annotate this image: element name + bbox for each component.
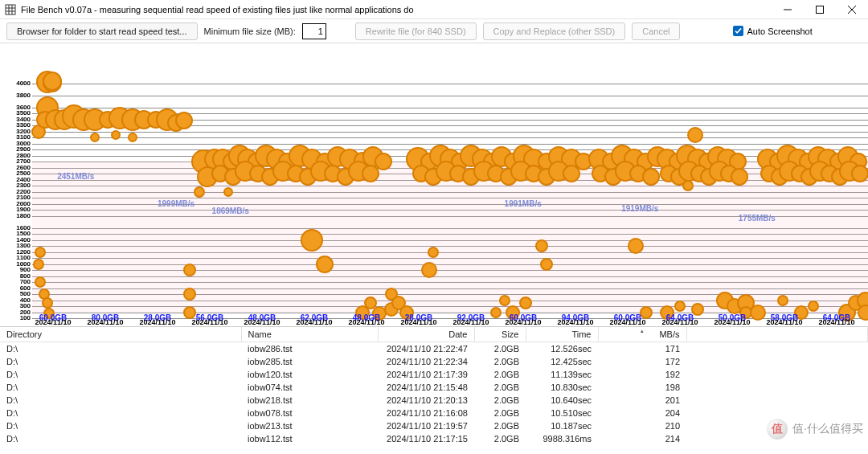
- table-cell: 11.139sec: [526, 368, 598, 381]
- svg-rect-0: [6, 5, 15, 14]
- data-point: [499, 295, 510, 306]
- table-body: D:\iobw286.tst2024/11/10 21:22:472.0GB12…: [0, 342, 868, 446]
- checkbox-checked-icon: [733, 26, 743, 36]
- maximize-button[interactable]: [804, 0, 836, 18]
- table-cell: 10.640sec: [526, 394, 598, 407]
- table-cell: D:\: [0, 407, 241, 419]
- column-header[interactable]: Directory: [0, 327, 241, 342]
- titlebar: File Bench v0.07a - measuring sequential…: [0, 0, 868, 19]
- app-icon: [5, 4, 16, 15]
- rewrite-button[interactable]: Rewrite file (for 840 SSD): [355, 22, 477, 40]
- column-header[interactable]: Name: [241, 327, 378, 342]
- column-header[interactable]: Date: [378, 327, 474, 342]
- data-point: [808, 301, 819, 312]
- table-row[interactable]: D:\iobw285.tst2024/11/10 21:22:342.0GB12…: [0, 355, 868, 368]
- table-row[interactable]: D:\iobw120.tst2024/11/10 21:17:392.0GB11…: [0, 368, 868, 381]
- y-tick-label: 1800: [16, 213, 31, 219]
- auto-screenshot-checkbox[interactable]: Auto Screenshot: [733, 26, 812, 36]
- table-cell: 12.425sec: [526, 355, 598, 368]
- x-date-label: 2024/11/10: [452, 318, 489, 326]
- table-cell: 198: [598, 381, 686, 394]
- copy-replace-button[interactable]: Copy and Replace (other SSD): [483, 22, 626, 40]
- table-cell: 204: [598, 407, 686, 419]
- chart-plot[interactable]: 2451MB/s1999MB/s1869MB/s1991MB/s1919MB/s…: [32, 43, 868, 318]
- browse-button[interactable]: Browser for folder to start read speed t…: [6, 22, 198, 40]
- table-cell: iobw120.tst: [241, 368, 378, 381]
- x-date-label: 2024/11/10: [400, 318, 436, 326]
- table-cell: 10.187sec: [526, 419, 598, 432]
- column-header[interactable]: Size: [474, 327, 526, 342]
- min-size-input[interactable]: [302, 23, 326, 39]
- table-cell: 2.0GB: [474, 368, 526, 381]
- x-date-label: 2024/11/10: [714, 318, 750, 326]
- data-point: [628, 238, 644, 254]
- data-point: [183, 264, 196, 276]
- data-point: [128, 133, 137, 142]
- avg-speed-label: 1999MB/s: [158, 199, 194, 208]
- window-controls: [772, 0, 868, 18]
- column-header[interactable]: ▴MB/s: [598, 327, 686, 342]
- data-point: [194, 186, 205, 198]
- min-size-label: Minimum file size (MB):: [204, 27, 296, 36]
- data-point: [777, 295, 788, 306]
- y-tick-label: 3800: [16, 92, 31, 99]
- avg-speed-label: 1869MB/s: [212, 207, 249, 215]
- table-row[interactable]: D:\iobw078.tst2024/11/10 21:16:082.0GB10…: [0, 407, 868, 419]
- y-tick-label: 100: [20, 315, 31, 321]
- table-cell: D:\: [0, 419, 241, 432]
- table-cell: 201: [598, 394, 686, 407]
- data-point: [519, 297, 532, 309]
- table-row[interactable]: D:\iobw074.tst2024/11/10 21:15:482.0GB10…: [0, 381, 868, 394]
- data-point: [362, 165, 379, 182]
- table-cell: 2024/11/10 21:20:13: [378, 394, 474, 407]
- table-row[interactable]: D:\iobw213.tst2024/11/10 21:19:572.0GB10…: [0, 419, 868, 432]
- x-date-label: 2024/11/10: [505, 318, 541, 326]
- data-point: [90, 133, 100, 142]
- data-point: [750, 305, 766, 321]
- data-point: [42, 297, 53, 309]
- x-date-label: 2024/11/10: [348, 318, 384, 326]
- table-cell: 171: [598, 342, 686, 356]
- table-cell: D:\: [0, 355, 241, 368]
- close-button[interactable]: [836, 0, 868, 18]
- table-cell: iobw213.tst: [241, 419, 378, 432]
- data-point: [175, 112, 193, 129]
- table-cell: D:\: [0, 394, 241, 407]
- table-cell: 192: [598, 368, 686, 381]
- table-cell: iobw286.tst: [241, 342, 378, 356]
- column-header[interactable]: Time: [526, 327, 598, 342]
- data-point: [851, 165, 868, 182]
- data-point: [316, 256, 334, 273]
- cancel-button[interactable]: Cancel: [632, 22, 680, 40]
- table-row[interactable]: D:\iobw286.tst2024/11/10 21:22:472.0GB12…: [0, 342, 868, 356]
- table-row[interactable]: D:\iobw218.tst2024/11/10 21:20:132.0GB10…: [0, 394, 868, 407]
- table-cell: 2.0GB: [474, 407, 526, 419]
- data-point: [535, 239, 548, 252]
- data-point: [421, 262, 437, 278]
- data-point: [183, 306, 196, 319]
- x-date-label: 2024/11/10: [191, 318, 227, 326]
- table-cell: 2024/11/10 21:15:48: [378, 381, 474, 394]
- x-date-label: 2024/11/10: [296, 318, 332, 326]
- table-cell: 2.0GB: [474, 355, 526, 368]
- results-table: DirectoryNameDateSizeTime▴MB/s D:\iobw28…: [0, 326, 868, 453]
- table-cell: iobw074.tst: [241, 381, 378, 394]
- x-date-label: 2024/11/10: [87, 318, 123, 326]
- table-cell: D:\: [0, 342, 241, 356]
- minimize-button[interactable]: [772, 0, 804, 18]
- avg-speed-label: 1991MB/s: [505, 199, 542, 208]
- table-cell: D:\: [0, 381, 241, 394]
- table-row[interactable]: D:\iobw112.tst2024/11/10 21:17:152.0GB99…: [0, 432, 868, 445]
- table-cell: iobw078.tst: [241, 407, 378, 419]
- data-point: [858, 305, 868, 321]
- data-point: [731, 168, 748, 186]
- table-cell: D:\: [0, 368, 241, 381]
- table-cell: 2.0GB: [474, 381, 526, 394]
- table-cell: 2.0GB: [474, 394, 526, 407]
- table-cell: 10.830sec: [526, 381, 598, 394]
- data-point: [33, 259, 44, 270]
- data-point: [642, 168, 660, 186]
- data-point: [35, 247, 46, 258]
- table-cell: 172: [598, 355, 686, 368]
- data-point: [301, 229, 323, 252]
